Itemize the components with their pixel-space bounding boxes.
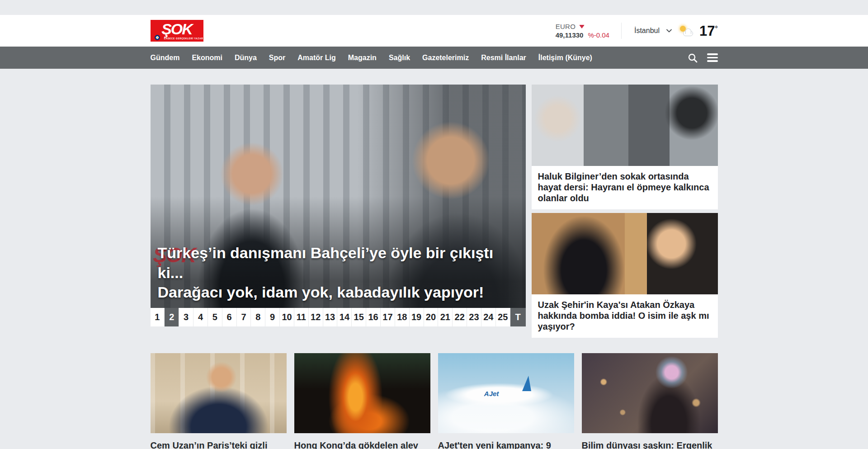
- bottom-article-hong-kong[interactable]: Hong Kong’da gökdelen alev topuna döndü!: [294, 353, 430, 449]
- hero-headline-line2: Darağacı yok, idam yok, kabadayılık yapı…: [158, 283, 519, 302]
- pagination-page-21[interactable]: 21: [438, 308, 453, 326]
- pagination-page-17[interactable]: 17: [381, 308, 395, 326]
- hero-headline: Türkeş’in danışmanı Bahçeli’ye öyle bir …: [158, 243, 519, 302]
- nav-item-gazetelerimiz[interactable]: Gazetelerimiz: [422, 54, 469, 62]
- currency-label: EURO: [556, 23, 576, 30]
- hero-section: ŞOK Türkeş’in danışmanı Bahçeli’ye öyle …: [151, 85, 526, 326]
- pagination-page-19[interactable]: 19: [410, 308, 424, 326]
- sidebar-article-title[interactable]: Uzak Şehir'in Kaya'sı Atakan Özkaya hakk…: [532, 294, 718, 338]
- plane-tail-shape: [522, 376, 531, 391]
- pagination-t-button[interactable]: T: [510, 308, 526, 326]
- weather-widget[interactable]: İstanbul 17°: [634, 24, 718, 38]
- hero-image[interactable]: ŞOK Türkeş’in danışmanı Bahçeli’ye öyle …: [151, 85, 526, 308]
- nav-item-dunya[interactable]: Dünya: [235, 54, 257, 62]
- sun-behind-cloud-icon: [679, 25, 693, 36]
- currency-down-icon: [579, 25, 585, 28]
- sidebar-article-image[interactable]: [532, 213, 718, 294]
- pagination-page-18[interactable]: 18: [395, 308, 410, 326]
- bottom-article-title[interactable]: AJet'ten yeni kampanya: 9 dolara yurtdış…: [438, 440, 574, 449]
- currency-value: 49,11330: [556, 31, 584, 39]
- currency-widget[interactable]: EURO 49,11330 %-0.04: [556, 23, 622, 39]
- pagination-page-15[interactable]: 15: [352, 308, 366, 326]
- pagination-page-24[interactable]: 24: [481, 308, 496, 326]
- nav-item-iletisim[interactable]: İletişim (Künye): [538, 54, 592, 62]
- bottom-articles-section: Cem Uzan’ın Paris’teki gizli kasasına TM…: [0, 353, 868, 449]
- pagination-page-22[interactable]: 22: [453, 308, 467, 326]
- bottom-article-image[interactable]: [151, 353, 287, 433]
- sidebar-article-atakan-ozkaya[interactable]: Uzak Şehir'in Kaya'sı Atakan Özkaya hakk…: [532, 213, 718, 338]
- bottom-article-image[interactable]: [582, 353, 718, 433]
- bottom-article-title[interactable]: Cem Uzan’ın Paris’teki gizli kasasına TM…: [151, 440, 287, 449]
- currency-change: %-0.04: [588, 31, 609, 39]
- hero-pagination: 1 2 3 4 5 6 7 8 9 10 11 12 13 14 15 16 1…: [151, 308, 526, 326]
- pagination-page-10[interactable]: 10: [280, 308, 294, 326]
- nav-item-resmi-ilanlar[interactable]: Resmi İlanlar: [481, 54, 526, 62]
- top-strip: [0, 0, 868, 15]
- nav-item-gundem[interactable]: Gündem: [151, 54, 180, 62]
- bottom-article-title[interactable]: Bilim dünyası şaşkın: Ergenlik sınırı 32…: [582, 440, 718, 449]
- sidebar-article-haluk-bilginer[interactable]: Haluk Bilginer’den sokak ortasında hayat…: [532, 85, 718, 209]
- pagination-page-2-active[interactable]: 2: [165, 308, 179, 326]
- pagination-page-5[interactable]: 5: [208, 308, 222, 326]
- weather-temperature: 17°: [699, 24, 717, 38]
- pagination-page-12[interactable]: 12: [309, 308, 323, 326]
- logo-tagline: SADECE GERÇEKLERİ YAZAR: [164, 37, 203, 40]
- bottom-article-image[interactable]: AJet: [438, 353, 574, 433]
- nav-item-ekonomi[interactable]: Ekonomi: [192, 54, 222, 62]
- hero-article[interactable]: ŞOK Türkeş’in danışmanı Bahçeli’ye öyle …: [151, 85, 526, 308]
- pagination-page-16[interactable]: 16: [366, 308, 381, 326]
- chevron-down-icon[interactable]: [666, 28, 672, 34]
- site-logo[interactable]: ŞOK SADECE GERÇEKLERİ YAZAR: [151, 20, 203, 42]
- search-icon[interactable]: [687, 52, 698, 63]
- sidebar-article-title[interactable]: Haluk Bilginer’den sokak ortasında hayat…: [532, 166, 718, 209]
- pagination-page-25[interactable]: 25: [496, 308, 510, 326]
- nav-item-spor[interactable]: Spor: [269, 54, 285, 62]
- pagination-page-7[interactable]: 7: [237, 308, 251, 326]
- pagination-page-6[interactable]: 6: [222, 308, 237, 326]
- site-header: ŞOK SADECE GERÇEKLERİ YAZAR EURO 49,1133…: [0, 15, 868, 47]
- evil-eye-icon: [155, 35, 160, 40]
- hero-headline-line1: Türkeş’in danışmanı Bahçeli’ye öyle bir …: [158, 243, 519, 283]
- pagination-page-1[interactable]: 1: [151, 308, 165, 326]
- pagination-page-9[interactable]: 9: [265, 308, 280, 326]
- pagination-page-23[interactable]: 23: [467, 308, 481, 326]
- sidebar-article-image[interactable]: [532, 85, 718, 166]
- bottom-article-ajet[interactable]: AJet AJet'ten yeni kampanya: 9 dolara yu…: [438, 353, 574, 449]
- pagination-page-14[interactable]: 14: [337, 308, 352, 326]
- sidebar: Haluk Bilginer’den sokak ortasında hayat…: [532, 85, 718, 341]
- pagination-page-11[interactable]: 11: [294, 308, 309, 326]
- menu-icon[interactable]: [707, 53, 718, 62]
- bottom-article-image[interactable]: [294, 353, 430, 433]
- pagination-page-20[interactable]: 20: [424, 308, 439, 326]
- pagination-page-3[interactable]: 3: [179, 308, 193, 326]
- logo-text: ŞOK: [161, 20, 192, 38]
- pagination-page-8[interactable]: 8: [251, 308, 265, 326]
- weather-city: İstanbul: [634, 27, 660, 35]
- pagination-page-13[interactable]: 13: [323, 308, 338, 326]
- pagination-page-4[interactable]: 4: [193, 308, 208, 326]
- main-nav: Gündem Ekonomi Dünya Spor Amatör Lig Mag…: [0, 47, 868, 69]
- nav-item-magazin[interactable]: Magazin: [348, 54, 377, 62]
- bottom-article-title[interactable]: Hong Kong’da gökdelen alev topuna döndü!: [294, 440, 430, 449]
- nav-item-saglik[interactable]: Sağlık: [389, 54, 410, 62]
- bottom-article-ergenlik[interactable]: Bilim dünyası şaşkın: Ergenlik sınırı 32…: [582, 353, 718, 449]
- nav-item-amator-lig[interactable]: Amatör Lig: [297, 54, 335, 62]
- main-content: ŞOK Türkeş’in danışmanı Bahçeli’ye öyle …: [0, 85, 868, 341]
- plane-logo-text: AJet: [484, 390, 499, 397]
- bottom-article-cem-uzan[interactable]: Cem Uzan’ın Paris’teki gizli kasasına TM…: [151, 353, 287, 449]
